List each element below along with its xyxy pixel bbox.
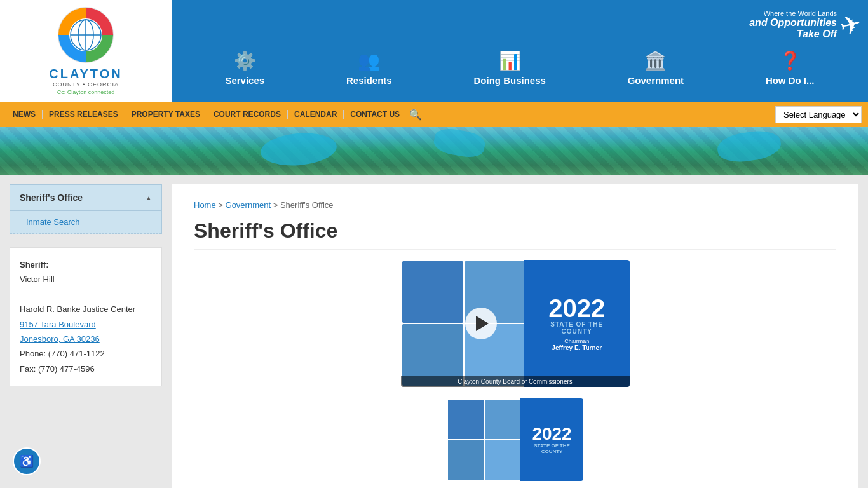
video-year: 2022 (548, 295, 605, 321)
logo-cc: Cc: Clayton connected (57, 89, 115, 95)
video2-county: COUNTY (541, 449, 563, 454)
residents-label: Residents (346, 75, 392, 86)
topbar-contact-us[interactable]: CONTACT US (344, 110, 406, 119)
sheriff-label: Sheriff: (20, 257, 152, 272)
grid-cell-1 (402, 261, 463, 323)
nav-residents[interactable]: 👥 Residents (334, 44, 405, 92)
v2-cell3 (448, 440, 484, 480)
accessibility-icon: ♿ (20, 454, 34, 468)
sidebar: Sheriff's Office ▲ Inmate Search Sheriff… (0, 175, 172, 488)
play-triangle-1 (476, 316, 489, 331)
sidebar-expand-icon[interactable]: ▲ (146, 194, 152, 201)
tagline-line3: Take Off (749, 29, 837, 40)
tagline-line1: Where the World Lands (749, 10, 837, 17)
nav-doing-business[interactable]: 📊 Doing Business (461, 44, 559, 92)
how-do-i-label: How Do I... (766, 75, 815, 86)
how-do-i-icon: ❓ (779, 50, 801, 71)
video2-grid (447, 398, 522, 481)
topbar: NEWS PRESS RELEASES PROPERTY TAXES COURT… (0, 102, 868, 127)
language-dropdown[interactable]: Select Language Spanish French Korean Ch… (775, 106, 862, 123)
nav-services[interactable]: ⚙️ Services (212, 44, 277, 92)
logo-county-name: CLAYTON (49, 67, 122, 81)
topbar-news[interactable]: NEWS (6, 110, 43, 119)
search-icon[interactable]: 🔍 (409, 109, 422, 121)
address-line1[interactable]: 9157 Tara Boulevard (20, 320, 96, 329)
tagline-area: Where the World Lands and Opportunities … (749, 10, 862, 40)
video-state-line2: COUNTY (562, 328, 592, 335)
nav-wrapper: ⚙️ Services 👥 Residents 📊 Doing Business… (172, 0, 868, 102)
topbar-calendar[interactable]: CALENDAR (288, 110, 344, 119)
logo-svg (57, 6, 114, 64)
sidebar-title-bar: Sheriff's Office ▲ (10, 185, 161, 211)
video-caption-1: Clayton County Board of Commissioners (401, 376, 630, 387)
video-chairman: Chairman (564, 338, 589, 344)
logo-state: COUNTY • GEORGIA (53, 81, 119, 88)
video2-year: 2022 (532, 425, 571, 443)
breadcrumb-sep1: > (218, 200, 225, 210)
video-thumb-2[interactable]: 2022 STATE OF THE COUNTY (447, 398, 583, 481)
breadcrumb-current: Sheriff's Office (280, 200, 334, 210)
residents-icon: 👥 (358, 50, 380, 71)
language-selector[interactable]: Select Language Spanish French Korean Ch… (775, 106, 862, 123)
tagline-line2: and Opportunities (749, 17, 837, 29)
government-label: Government (628, 75, 684, 86)
v2-cell4 (485, 440, 520, 480)
sidebar-title-text: Sheriff's Office (20, 193, 83, 203)
video-thumb-1[interactable]: 2022 STATE OF THE COUNTY Chairman Jeffre… (401, 260, 630, 387)
video-state-line1: STATE OF THE (550, 321, 603, 328)
video-thumb-2-wrapper: 2022 STATE OF THE COUNTY (194, 398, 836, 483)
building-name: Harold R. Banke Justice Center (20, 302, 152, 316)
contact-info-box: Sheriff: Victor Hill Harold R. Banke Jus… (10, 247, 162, 386)
services-label: Services (225, 75, 264, 86)
services-icon: ⚙️ (234, 50, 256, 71)
nav-how-do-i[interactable]: ❓ How Do I... (753, 44, 827, 92)
video-right-panel: 2022 STATE OF THE COUNTY Chairman Jeffre… (524, 260, 630, 387)
sidebar-inmate-search[interactable]: Inmate Search (10, 211, 161, 234)
v2-cell2 (485, 400, 520, 439)
topbar-press-releases[interactable]: PRESS RELEASES (43, 110, 125, 119)
video-name: Jeffrey E. Turner (552, 344, 602, 351)
government-icon: 🏛️ (644, 50, 667, 71)
accessibility-button[interactable]: ♿ (13, 447, 41, 475)
hero-banner (0, 127, 868, 175)
video2-right: 2022 STATE OF THE COUNTY (520, 398, 583, 481)
topbar-court-records[interactable]: COURT RECORDS (207, 110, 288, 119)
play-button-1[interactable] (465, 308, 497, 339)
breadcrumb: Home > Government > Sheriff's Office (194, 200, 836, 210)
v2-cell1 (448, 400, 484, 439)
site-header: CLAYTON COUNTY • GEORGIA Cc: Clayton con… (0, 0, 868, 102)
fax: Fax: (770) 477-4596 (20, 362, 152, 376)
video-section: 2022 STATE OF THE COUNTY Chairman Jeffre… (194, 260, 836, 483)
breadcrumb-home[interactable]: Home (194, 200, 216, 210)
video2-state: STATE OF THE (534, 443, 570, 449)
sheriff-name: Victor Hill (20, 272, 152, 287)
breadcrumb-government[interactable]: Government (226, 200, 271, 210)
phone: Phone: (770) 471-1122 (20, 346, 152, 361)
article-area: Home > Government > Sheriff's Office She… (172, 184, 858, 488)
sidebar-box: Sheriff's Office ▲ Inmate Search (10, 184, 162, 234)
video-grid (401, 260, 527, 387)
doing-business-icon: 📊 (499, 50, 521, 71)
address-line2[interactable]: Jonesboro, GA 30236 (20, 334, 100, 344)
page-title: Sheriff's Office (194, 219, 836, 250)
breadcrumb-sep2: > (273, 200, 280, 210)
nav-government[interactable]: 🏛️ Government (615, 44, 696, 92)
main-content-wrapper: Sheriff's Office ▲ Inmate Search Sheriff… (0, 175, 868, 488)
doing-business-label: Doing Business (474, 75, 546, 86)
logo-area: CLAYTON COUNTY • GEORGIA Cc: Clayton con… (0, 0, 172, 102)
topbar-property-taxes[interactable]: PROPERTY TAXES (125, 110, 207, 119)
airplane-icon: ✈ (837, 8, 865, 41)
